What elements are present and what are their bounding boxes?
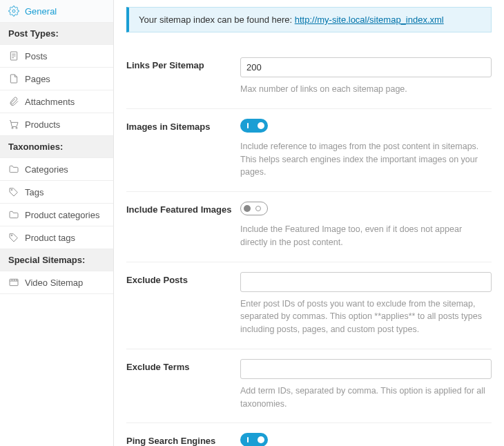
- folder-icon: [8, 209, 19, 220]
- field-label: Links Per Sitemap: [126, 57, 233, 96]
- sidebar: General Post Types: Posts Pages Attachme…: [0, 0, 114, 446]
- sidebar-label: Attachments: [25, 97, 75, 107]
- sidebar-label: Product tags: [25, 233, 75, 243]
- gear-icon: [8, 6, 19, 17]
- field-images-in-sitemaps: Images in Sitemaps Include reference to …: [126, 109, 492, 192]
- field-label: Exclude Terms: [126, 359, 233, 411]
- sidebar-item-posts[interactable]: Posts: [0, 45, 113, 68]
- sidebar-item-product-tags[interactable]: Product tags: [0, 226, 113, 249]
- sitemap-index-link[interactable]: http://my-site.local/sitemap_index.xml: [295, 14, 444, 25]
- sidebar-item-categories[interactable]: Categories: [0, 158, 113, 181]
- sidebar-heading-taxonomies: Taxonomies:: [0, 136, 113, 158]
- sidebar-item-general[interactable]: General: [0, 0, 113, 23]
- sidebar-label: Product categories: [25, 210, 99, 220]
- svg-point-6: [16, 127, 17, 128]
- exclude-terms-input[interactable]: [240, 359, 492, 379]
- sidebar-item-tags[interactable]: Tags: [0, 181, 113, 204]
- sidebar-heading-special: Special Sitemaps:: [0, 249, 113, 271]
- main-content: Your sitemap index can be found here: ht…: [114, 0, 504, 446]
- exclude-posts-input[interactable]: [240, 272, 492, 292]
- field-include-featured-images: Include Featured Images Include the Feat…: [126, 192, 492, 262]
- sidebar-heading-post-types: Post Types:: [0, 23, 113, 45]
- video-icon: [8, 277, 19, 288]
- sidebar-label: General: [25, 6, 57, 17]
- field-label: Ping Search Engines: [126, 433, 233, 446]
- notice-text: Your sitemap index can be found here:: [139, 14, 295, 25]
- field-desc: Max number of links on each sitemap page…: [240, 83, 492, 96]
- field-exclude-posts: Exclude Posts Enter post IDs of posts yo…: [126, 262, 492, 349]
- paperclip-icon: [8, 96, 19, 107]
- svg-point-0: [12, 10, 15, 12]
- tag-icon: [8, 186, 19, 197]
- field-desc: Include the Featured Image too, even if …: [240, 223, 492, 249]
- sidebar-item-products[interactable]: Products: [0, 113, 113, 136]
- field-links-per-sitemap: Links Per Sitemap Max number of links on…: [126, 48, 492, 109]
- field-desc: Include reference to images from the pos…: [240, 140, 492, 179]
- sidebar-label: Posts: [25, 51, 48, 61]
- include-featured-images-toggle[interactable]: [240, 202, 268, 215]
- svg-point-8: [11, 235, 12, 236]
- cart-icon: [8, 119, 19, 130]
- sidebar-item-product-categories[interactable]: Product categories: [0, 204, 113, 226]
- field-label: Exclude Posts: [126, 272, 233, 336]
- sidebar-label: Pages: [25, 74, 50, 84]
- sitemap-notice: Your sitemap index can be found here: ht…: [126, 7, 492, 32]
- field-ping-search-engines: Ping Search Engines Automatically notify…: [126, 423, 492, 446]
- sidebar-item-video-sitemap[interactable]: Video Sitemap: [0, 271, 113, 294]
- sidebar-label: Video Sitemap: [25, 278, 83, 288]
- field-desc: Enter post IDs of posts you want to excl…: [240, 298, 492, 336]
- tag-icon: [8, 232, 19, 243]
- sidebar-item-pages[interactable]: Pages: [0, 68, 113, 90]
- sidebar-label: Tags: [25, 187, 43, 197]
- sidebar-item-attachments[interactable]: Attachments: [0, 90, 113, 113]
- field-desc: Add term IDs, separated by comma. This o…: [240, 385, 492, 411]
- field-label: Images in Sitemaps: [126, 119, 233, 179]
- ping-search-engines-toggle[interactable]: [240, 433, 268, 446]
- folder-icon: [8, 164, 19, 175]
- images-in-sitemaps-toggle[interactable]: [240, 119, 268, 133]
- page-icon: [8, 73, 19, 84]
- svg-point-5: [12, 127, 13, 128]
- field-label: Include Featured Images: [126, 202, 233, 249]
- links-per-sitemap-input[interactable]: [240, 57, 492, 77]
- svg-point-7: [11, 189, 12, 191]
- sidebar-label: Products: [25, 119, 60, 130]
- sidebar-label: Categories: [25, 164, 68, 175]
- document-icon: [8, 50, 19, 61]
- field-exclude-terms: Exclude Terms Add term IDs, separated by…: [126, 349, 492, 424]
